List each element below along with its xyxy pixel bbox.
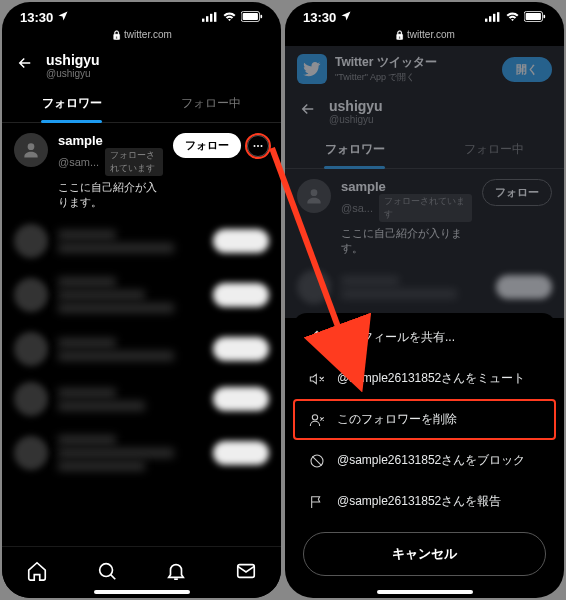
tab-followers[interactable]: フォロワー bbox=[2, 85, 142, 122]
page-header: ushigyu @ushigyu bbox=[285, 92, 564, 131]
blurred-followers-list bbox=[285, 262, 564, 318]
follows-you-badge: フォローされています bbox=[379, 194, 472, 222]
lock-icon bbox=[394, 29, 407, 40]
sheet-remove-label: このフォロワーを削除 bbox=[337, 411, 457, 428]
svg-rect-18 bbox=[526, 13, 541, 20]
follows-you-badge: フォローされています bbox=[105, 148, 163, 176]
svg-rect-0 bbox=[202, 19, 204, 22]
sheet-cancel-button[interactable]: キャンセル bbox=[303, 532, 546, 576]
page-subtitle: @ushigyu bbox=[46, 68, 100, 79]
tab-followers[interactable]: フォロワー bbox=[285, 131, 425, 168]
signal-icon bbox=[485, 10, 501, 25]
screenshot-right: 13:30 twitter.com Twitter ツイッター "Twitter… bbox=[285, 2, 564, 598]
back-icon[interactable] bbox=[299, 100, 317, 123]
page-header: ushigyu @ushigyu bbox=[2, 46, 281, 85]
home-indicator[interactable] bbox=[94, 590, 190, 594]
follow-button[interactable]: フォロー bbox=[482, 179, 552, 206]
svg-point-8 bbox=[254, 145, 256, 147]
follower-handle: @sam... bbox=[58, 156, 99, 168]
svg-rect-19 bbox=[543, 15, 545, 18]
follower-row: sample @sam... フォローされています ここに自己紹介が入ります。 … bbox=[2, 123, 281, 216]
status-bar: 13:30 bbox=[2, 2, 281, 27]
location-arrow-icon bbox=[340, 10, 352, 25]
lock-icon bbox=[111, 29, 124, 40]
address-bar[interactable]: twitter.com bbox=[285, 27, 564, 46]
svg-point-11 bbox=[99, 563, 112, 576]
back-icon[interactable] bbox=[16, 54, 34, 77]
battery-icon bbox=[524, 10, 546, 25]
tab-following[interactable]: フォロー中 bbox=[425, 131, 565, 168]
signal-icon bbox=[202, 10, 218, 25]
address-bar[interactable]: twitter.com bbox=[2, 27, 281, 46]
svg-rect-15 bbox=[493, 14, 495, 22]
twitter-app-icon bbox=[297, 54, 327, 84]
banner-subtitle: "Twitter" App で開く bbox=[335, 71, 494, 84]
svg-rect-1 bbox=[206, 16, 208, 22]
svg-point-21 bbox=[312, 414, 317, 419]
blurred-followers-list bbox=[2, 216, 281, 488]
wifi-icon bbox=[222, 10, 237, 25]
svg-point-10 bbox=[261, 145, 263, 147]
svg-point-9 bbox=[257, 145, 259, 147]
status-bar: 13:30 bbox=[285, 2, 564, 27]
url-text: twitter.com bbox=[124, 29, 172, 40]
home-indicator[interactable] bbox=[377, 590, 473, 594]
page-title: ushigyu bbox=[329, 98, 383, 114]
svg-rect-2 bbox=[210, 14, 212, 22]
tab-following[interactable]: フォロー中 bbox=[142, 85, 282, 122]
battery-icon bbox=[241, 10, 263, 25]
sheet-block-label: @sample26131852さんをブロック bbox=[337, 452, 525, 469]
svg-rect-3 bbox=[214, 12, 216, 22]
location-arrow-icon bbox=[57, 10, 69, 25]
svg-rect-14 bbox=[489, 16, 491, 22]
svg-point-7 bbox=[28, 143, 35, 150]
follower-row: sample @sa... フォローされています ここに自己紹介が入ります。 フ… bbox=[285, 169, 564, 262]
sheet-share-profile[interactable]: プロフィールを共有... bbox=[293, 317, 556, 358]
svg-rect-5 bbox=[243, 13, 258, 20]
sheet-report-user[interactable]: @sample26131852さんを報告 bbox=[293, 481, 556, 522]
svg-point-20 bbox=[311, 189, 318, 196]
bell-icon[interactable] bbox=[165, 560, 187, 586]
status-time: 13:30 bbox=[20, 10, 53, 25]
svg-rect-13 bbox=[485, 19, 487, 22]
more-options-button[interactable] bbox=[247, 135, 269, 157]
avatar[interactable] bbox=[297, 179, 331, 213]
tabs: フォロワー フォロー中 bbox=[2, 85, 281, 123]
follow-button[interactable]: フォロー bbox=[173, 133, 241, 158]
open-in-app-banner: Twitter ツイッター "Twitter" App で開く 開く bbox=[285, 46, 564, 92]
action-sheet: プロフィールを共有... @sample26131852さんをミュート このフォ… bbox=[293, 313, 556, 580]
sheet-mute-label: @sample26131852さんをミュート bbox=[337, 370, 525, 387]
avatar[interactable] bbox=[14, 133, 48, 167]
follower-name: sample bbox=[341, 179, 472, 194]
sheet-remove-follower[interactable]: このフォロワーを削除 bbox=[293, 399, 556, 440]
page-title: ushigyu bbox=[46, 52, 100, 68]
search-icon[interactable] bbox=[96, 560, 118, 586]
page-subtitle: @ushigyu bbox=[329, 114, 383, 125]
sheet-block-user[interactable]: @sample26131852さんをブロック bbox=[293, 440, 556, 481]
status-time: 13:30 bbox=[303, 10, 336, 25]
sheet-report-label: @sample26131852さんを報告 bbox=[337, 493, 501, 510]
follower-handle: @sa... bbox=[341, 202, 373, 214]
banner-title: Twitter ツイッター bbox=[335, 54, 494, 71]
sheet-share-label: プロフィールを共有... bbox=[337, 329, 455, 346]
tabs: フォロワー フォロー中 bbox=[285, 131, 564, 169]
sheet-mute-user[interactable]: @sample26131852さんをミュート bbox=[293, 358, 556, 399]
follower-bio: ここに自己紹介が入ります。 bbox=[58, 180, 163, 210]
open-app-button[interactable]: 開く bbox=[502, 57, 552, 82]
follower-bio: ここに自己紹介が入ります。 bbox=[341, 226, 472, 256]
mail-icon[interactable] bbox=[235, 560, 257, 586]
url-text: twitter.com bbox=[407, 29, 455, 40]
svg-rect-6 bbox=[260, 15, 262, 18]
svg-rect-16 bbox=[497, 12, 499, 22]
follower-name: sample bbox=[58, 133, 163, 148]
screenshot-left: 13:30 twitter.com ushigyu @ushigyu フォロワー… bbox=[2, 2, 281, 598]
wifi-icon bbox=[505, 10, 520, 25]
home-icon[interactable] bbox=[26, 560, 48, 586]
